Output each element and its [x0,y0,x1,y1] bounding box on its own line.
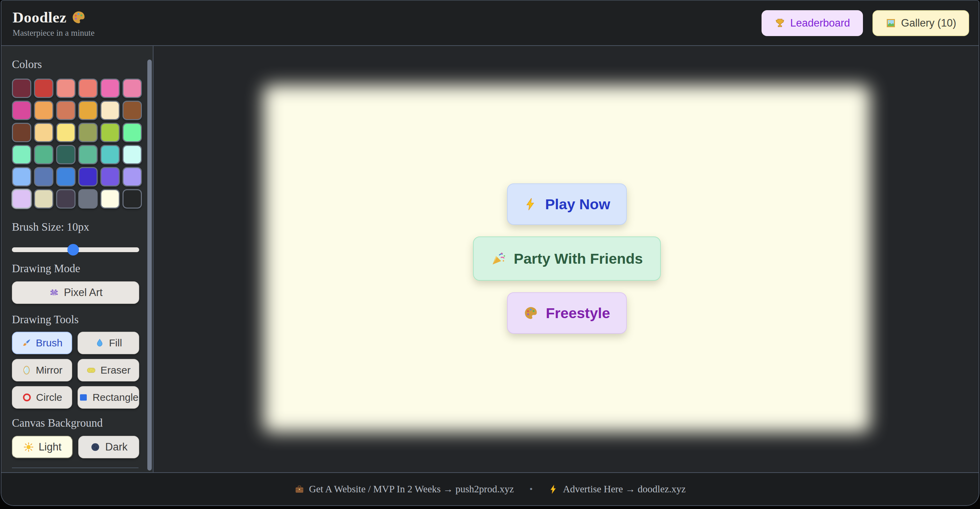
brush-tool-button[interactable]: Brush [12,332,72,354]
color-swatch[interactable] [56,145,76,164]
circle-icon [22,392,32,402]
brush-size-slider-thumb[interactable] [67,244,79,256]
space-invader-icon [49,287,60,298]
pixel-art-label: Pixel Art [64,286,103,299]
color-swatch[interactable] [100,101,120,120]
fill-tool-button[interactable]: Fill [78,332,139,354]
color-swatch[interactable] [56,123,76,142]
color-swatch[interactable] [34,189,53,208]
drawing-tools-heading: Drawing Tools [12,313,141,326]
mode-select-stack: Play Now Party With Friends Freestyle [263,85,870,432]
color-swatch[interactable] [78,123,98,142]
footer-ad-push2prod-text: Get A Website / MVP In 2 Weeks → push2pr… [309,484,514,495]
app-subtitle: Masterpiece in a minute [13,28,95,38]
pixel-art-button[interactable]: Pixel Art [12,282,139,304]
colors-heading: Colors [12,58,141,70]
brush-size-label: Brush Size: 10px [12,221,141,233]
canvas-background-heading: Canvas Background [12,417,141,429]
color-swatch[interactable] [12,189,31,208]
light-background-label: Light [38,441,61,453]
circle-tool-button[interactable]: Circle [12,386,72,409]
brush-size-slider[interactable] [12,244,139,256]
leaderboard-label: Leaderboard [790,17,850,29]
color-swatch[interactable] [78,189,98,208]
color-swatch[interactable] [56,101,76,120]
moon-icon [90,442,101,453]
freestyle-label: Freestyle [546,305,610,321]
droplet-icon [95,338,105,348]
color-swatch[interactable] [123,145,142,164]
app-title-text: Doodlez [13,8,66,26]
light-background-button[interactable]: Light [12,436,73,458]
circle-tool-label: Circle [36,391,62,403]
color-swatch[interactable] [78,101,98,120]
color-swatch[interactable] [78,167,98,186]
color-swatch[interactable] [56,189,76,208]
color-swatch[interactable] [56,79,76,98]
bolt-icon [523,197,538,211]
app-title: Doodlez [13,8,95,26]
footer-ad-doodlez-text: Advertise Here → doodlez.xyz [563,484,686,495]
canvas-background-grid: Light Dark [12,436,139,458]
color-swatch[interactable] [12,123,31,142]
freestyle-button[interactable]: Freestyle [507,292,627,334]
palette-icon [71,10,86,25]
play-now-button[interactable]: Play Now [507,183,627,225]
main-area: Play Now Party With Friends Freestyle [153,46,978,472]
color-swatch[interactable] [34,145,53,164]
eraser-tool-button[interactable]: Eraser [78,359,139,382]
color-swatch[interactable] [123,79,142,98]
dark-background-button[interactable]: Dark [78,436,139,458]
sidebar-scrollbar[interactable] [147,60,152,471]
drawing-mode-heading: Drawing Mode [12,262,141,275]
rectangle-tool-button[interactable]: Rectangle [78,386,139,409]
color-swatch[interactable] [34,101,53,120]
play-now-label: Play Now [545,196,610,213]
color-swatch[interactable] [123,189,142,208]
brush-tool-label: Brush [36,337,62,349]
mirror-icon [21,365,32,375]
color-swatch[interactable] [78,145,98,164]
color-swatch[interactable] [100,167,120,186]
color-swatch[interactable] [12,145,31,164]
brand: Doodlez Masterpiece in a minute [13,8,95,38]
color-swatch[interactable] [56,167,76,186]
party-with-friends-label: Party With Friends [514,250,643,267]
color-swatch[interactable] [123,167,142,186]
footer: Get A Website / MVP In 2 Weeks → push2pr… [2,472,978,505]
color-swatch[interactable] [100,145,120,164]
leaderboard-button[interactable]: Leaderboard [762,10,863,36]
briefcase-icon [294,484,305,495]
sun-icon [23,442,34,453]
sidebar-divider [12,468,138,468]
color-swatch[interactable] [12,167,31,186]
color-swatch[interactable] [78,79,98,98]
fill-tool-label: Fill [109,337,122,349]
header-actions: Leaderboard Gallery (10) [762,10,969,36]
color-swatch[interactable] [100,123,120,142]
drawing-tools-grid: Brush Fill Mirror [12,332,139,409]
color-swatch[interactable] [34,79,53,98]
app-window: Doodlez Masterpiece in a minute Leaderbo… [1,0,979,506]
brush-icon [21,338,32,348]
footer-ad-push2prod[interactable]: Get A Website / MVP In 2 Weeks → push2pr… [294,484,514,495]
eraser-tool-label: Eraser [100,364,130,376]
color-swatch[interactable] [34,123,53,142]
color-swatch[interactable] [12,101,31,120]
color-swatch[interactable] [34,167,53,186]
party-with-friends-button[interactable]: Party With Friends [473,237,661,281]
color-swatch[interactable] [123,101,142,120]
gallery-button[interactable]: Gallery (10) [872,10,969,36]
color-swatch[interactable] [123,123,142,142]
bolt-icon [548,484,558,495]
gallery-label: Gallery (10) [901,17,956,29]
footer-separator: • [530,484,533,495]
color-swatch[interactable] [100,79,120,98]
color-swatch[interactable] [100,189,120,208]
header: Doodlez Masterpiece in a minute Leaderbo… [2,1,978,46]
mirror-tool-button[interactable]: Mirror [12,359,72,382]
footer-ad-doodlez[interactable]: Advertise Here → doodlez.xyz [548,484,686,495]
party-popper-icon [491,251,506,266]
color-swatch[interactable] [12,79,31,98]
dark-background-label: Dark [105,441,127,453]
